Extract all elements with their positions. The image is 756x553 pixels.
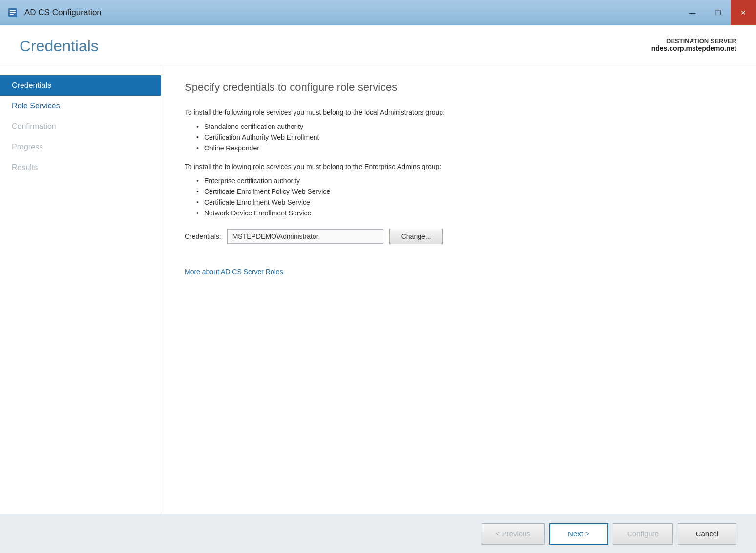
main-content: Specify credentials to configure role se… (161, 65, 756, 514)
window-title: AD CS Configuration (24, 8, 102, 18)
destination-value: ndes.corp.mstepdemo.net (651, 44, 736, 52)
app-icon (6, 6, 20, 20)
sidebar-item-credentials[interactable]: Credentials (0, 75, 161, 96)
credentials-label: Credentials: (185, 233, 221, 240)
sidebar-item-results: Results (0, 157, 161, 178)
enterprise-group-text: To install the following role services y… (185, 162, 733, 172)
configure-button[interactable]: Configure (613, 523, 673, 545)
content-area: Credentials Role Services Confirmation P… (0, 65, 756, 514)
sidebar-item-progress: Progress (0, 137, 161, 157)
title-bar-left: AD CS Configuration (6, 6, 102, 20)
minimize-button[interactable]: — (680, 0, 705, 25)
destination-server: DESTINATION SERVER ndes.corp.mstepdemo.n… (651, 37, 736, 52)
admin-group-list: Standalone certification authority Certi… (196, 123, 733, 152)
list-item: Online Responder (196, 144, 733, 152)
page-title: Credentials (20, 37, 99, 55)
list-item: Certification Authority Web Enrollment (196, 133, 733, 141)
cancel-button[interactable]: Cancel (678, 523, 736, 545)
window-controls: — ❐ ✕ (680, 0, 756, 25)
maximize-button[interactable]: ❐ (705, 0, 731, 25)
list-item: Enterprise certification authority (196, 177, 733, 185)
list-item: Standalone certification authority (196, 123, 733, 130)
list-item: Certificate Enrollment Policy Web Servic… (196, 188, 733, 195)
list-item: Network Device Enrollment Service (196, 209, 733, 217)
svg-rect-3 (10, 14, 14, 15)
list-item: Certificate Enrollment Web Service (196, 198, 733, 206)
sidebar-item-confirmation: Confirmation (0, 116, 161, 137)
sidebar-item-role-services[interactable]: Role Services (0, 96, 161, 116)
footer: < Previous Next > Configure Cancel (0, 514, 756, 553)
destination-label: DESTINATION SERVER (651, 37, 736, 44)
svg-rect-1 (10, 10, 16, 11)
sidebar: Credentials Role Services Confirmation P… (0, 65, 161, 514)
enterprise-group-list: Enterprise certification authority Certi… (196, 177, 733, 217)
window-body: Credentials DESTINATION SERVER ndes.corp… (0, 25, 756, 553)
header-area: Credentials DESTINATION SERVER ndes.corp… (0, 25, 756, 65)
previous-button[interactable]: < Previous (482, 523, 545, 545)
title-bar: AD CS Configuration — ❐ ✕ (0, 0, 756, 25)
close-button[interactable]: ✕ (731, 0, 756, 25)
more-link[interactable]: More about AD CS Server Roles (185, 268, 283, 276)
admin-group-text: To install the following role services y… (185, 107, 733, 118)
credentials-row: Credentials: Change... (185, 229, 733, 244)
svg-rect-2 (10, 12, 16, 13)
change-button[interactable]: Change... (389, 229, 443, 244)
main-heading: Specify credentials to configure role se… (185, 81, 733, 94)
next-button[interactable]: Next > (549, 523, 608, 545)
credentials-input[interactable] (227, 229, 383, 244)
